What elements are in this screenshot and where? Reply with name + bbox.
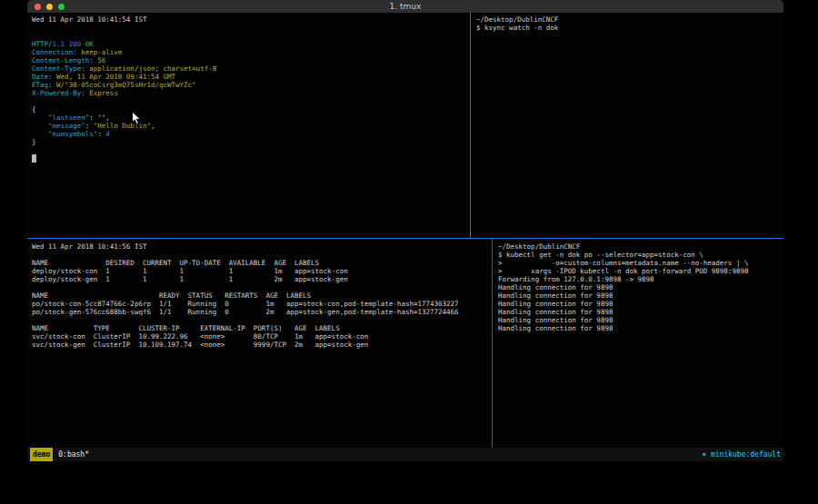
text-segment: Wed, 11 Apr 2018 09:41:54 GMT [53,73,175,81]
terminal-line: } [32,138,465,146]
terminal-line: "message": "Hello Dublin", [32,122,465,130]
window-title: 1. tmux [27,0,783,13]
text-segment: 200 [69,40,82,48]
terminal-line: NAME TYPE CLUSTER-IP EXTERNAL-IP PORT(S)… [32,324,486,332]
text-segment: svc/stock-con ClusterIP 10.99.222.96 <no… [32,332,368,341]
terminal-line: Content-Length: 56 [32,56,465,64]
text-segment: Express [85,89,118,97]
text-segment: application/json; charset=utf-8 [85,64,217,73]
block-cursor [32,154,36,163]
text-segment: X-Powered-By: [32,89,85,97]
text-segment: Content-Type: [32,64,85,73]
terminal-line: Handling connection for 9898 [498,292,779,300]
traffic-lights [35,0,65,13]
text-segment: 1.1 [53,40,65,48]
terminal-line: Handling connection for 9898 [498,308,779,316]
text-segment: Wed 11 Apr 2018 10:41:56 IST [32,242,146,251]
text-segment: NAME READY STATUS RESTARTS AGE LABELS [32,292,311,300]
text-segment: : [97,130,105,138]
text-segment: Forwarding from 127.0.0.1:9898 -> 9898 [498,275,654,283]
kube-context-status: ⎈ minikube:default [702,448,781,461]
text-segment: Content-Length: [32,56,94,64]
terminal-line: > xargs -IPOD kubectl -n dok port-forwar… [498,267,779,275]
terminal-line: ~/Desktop/DublinCNCF [498,242,779,251]
text-segment: HTTP/ [32,40,53,48]
text-segment: Wed 11 Apr 2018 10:41:54 IST [32,15,146,24]
tmux-terminal: Wed 11 Apr 2018 10:41:54 IST HTTP/1.1 20… [27,13,783,448]
terminal-line: svc/stock-con ClusterIP 10.99.222.96 <no… [32,332,486,341]
pane-http-response[interactable]: Wed 11 Apr 2018 10:41:54 IST HTTP/1.1 20… [27,13,470,238]
terminal-line: po/stock-gen-576cc688bb-swqf6 1/1 Runnin… [32,308,486,316]
text-segment: > xargs -IPOD kubectl -n dok port-forwar… [498,267,748,275]
terminal-line: deploy/stock-con 1 1 1 1 1m app=stock-co… [32,267,486,275]
text-segment: } [32,138,36,146]
window-tab-label[interactable]: 0:bash* [58,448,89,461]
terminal-line: HTTP/1.1 200 OK [32,40,465,48]
text-segment: po/stock-gen-576cc688bb-swqf6 1/1 Runnin… [32,308,459,316]
terminal-line: { [32,105,465,114]
text-segment: NAME DESIRED CURRENT UP-TO-DATE AVAILABL… [32,259,319,267]
text-segment: "message" [48,122,85,130]
terminal-line: $ ksync watch -n dok [476,24,779,32]
terminal-line: Connection: keep-alive [32,48,465,56]
terminal-line: ~/Desktop/DublinCNCF [476,15,779,24]
zoom-button[interactable] [58,4,65,10]
terminal-line [32,24,465,32]
text-segment: Date: [32,73,53,81]
terminal-line: svc/stock-gen ClusterIP 10.109.197.74 <n… [32,341,486,349]
pane-ksync[interactable]: ~/Desktop/DublinCNCF$ ksync watch -n dok [472,13,783,238]
text-segment: "" [97,114,105,122]
text-segment: Handling connection for 9898 [498,308,613,316]
text-segment: deploy/stock-gen 1 1 1 1 2m app=stock-ge… [32,275,348,283]
terminal-line: Wed 11 Apr 2018 10:41:54 IST [32,15,465,24]
text-segment: Handling connection for 9898 [498,283,613,292]
text-segment: ETag: [32,81,53,89]
text-segment: Handling connection for 9898 [498,316,613,324]
text-segment: 56 [94,56,106,64]
text-segment [32,122,48,130]
text-segment: 4 [105,130,110,138]
text-segment: "lastseen" [48,114,89,122]
text-segment: "numsymbols" [48,130,97,138]
terminal-line: Forwarding from 127.0.0.1:9898 -> 9898 [498,275,779,283]
tmux-status-bar: demo 0:bash* ⎈ minikube:default [27,448,783,461]
pane-port-forward[interactable]: ~/Desktop/DublinCNCF$ kubectl get -n dok… [494,240,783,448]
text-segment: Handling connection for 9898 [498,292,613,300]
terminal-line [32,97,465,105]
text-segment: OK [85,40,94,48]
terminal-line: Handling connection for 9898 [498,283,779,292]
terminal-window: 1. tmux Wed 11 Apr 2018 10:41:54 IST HTT… [27,0,783,462]
pane-divider-vertical-bottom[interactable] [492,239,493,448]
text-segment: ~/Desktop/DublinCNCF [498,242,580,251]
terminal-line: Handling connection for 9898 [498,300,779,308]
text-segment: Handling connection for 9898 [498,324,613,332]
text-segment: keep-alive [77,48,123,56]
terminal-line: NAME DESIRED CURRENT UP-TO-DATE AVAILABL… [32,259,486,267]
pane-divider-vertical-top[interactable] [470,13,471,238]
text-segment: NAME TYPE CLUSTER-IP EXTERNAL-IP PORT(S)… [32,324,340,332]
terminal-line [32,251,486,259]
text-segment: : [89,114,97,122]
text-segment: "Hello Dublin" [94,122,151,130]
text-segment: Connection: [32,48,77,56]
window-titlebar[interactable]: 1. tmux [27,0,783,13]
terminal-line: NAME READY STATUS RESTARTS AGE LABELS [32,292,486,300]
text-segment: deploy/stock-con 1 1 1 1 1m app=stock-co… [32,267,348,275]
pane-divider-horizontal[interactable] [27,238,783,239]
terminal-line [32,316,486,324]
text-segment: > -o=custom-columns=metadata.name --no-h… [498,259,748,267]
terminal-line [32,32,465,40]
session-name-badge[interactable]: demo [30,448,53,461]
terminal-line: Content-Type: application/json; charset=… [32,64,465,73]
text-segment [32,114,48,122]
pane-kubectl-resources[interactable]: Wed 11 Apr 2018 10:41:56 IST NAME DESIRE… [27,240,491,448]
close-button[interactable] [35,4,41,10]
terminal-line: Handling connection for 9898 [498,324,779,332]
text-segment: $ ksync watch -n dok [476,24,558,32]
terminal-line: X-Powered-By: Express [32,89,465,97]
text-segment: po/stock-con-5cc874766c-2p6rp 1/1 Runnin… [32,300,459,308]
minimize-button[interactable] [46,4,53,10]
terminal-line: Handling connection for 9898 [498,316,779,324]
text-segment: svc/stock-gen ClusterIP 10.109.197.74 <n… [32,341,368,349]
text-segment: ~/Desktop/DublinCNCF [476,15,558,24]
